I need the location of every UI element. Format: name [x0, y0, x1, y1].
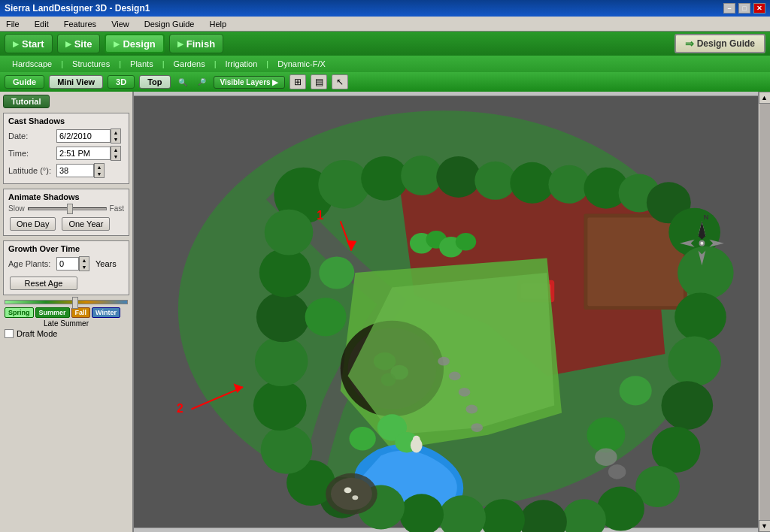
menu-design-guide[interactable]: Design Guide: [141, 18, 198, 30]
time-input[interactable]: [56, 147, 111, 160]
tab-bar: Hardscape | Structures | Plants | Garden…: [0, 56, 770, 72]
date-down-arrow[interactable]: ▼: [111, 136, 120, 143]
zoom-out-icon[interactable]: 🔎: [195, 77, 209, 86]
season-slider-track[interactable]: [5, 300, 128, 304]
svg-point-20: [436, 156, 480, 198]
zoom-in-icon[interactable]: 🔍: [175, 77, 190, 87]
tab-plants[interactable]: Plants: [124, 58, 159, 70]
design-button[interactable]: ▶ Design: [105, 34, 164, 53]
svg-point-29: [675, 292, 726, 341]
time-label: Time:: [8, 149, 53, 158]
svg-point-49: [305, 298, 347, 336]
svg-point-56: [456, 233, 476, 251]
start-button[interactable]: ▶ Start: [5, 34, 53, 53]
age-down-arrow[interactable]: ▼: [80, 264, 89, 271]
grid-icon-button[interactable]: ⊞: [290, 74, 306, 89]
right-scrollbar: ▲ ▼: [758, 92, 770, 532]
svg-point-50: [319, 256, 354, 289]
site-button[interactable]: ▶ Site: [57, 34, 101, 53]
winter-tag[interactable]: Winter: [92, 307, 120, 318]
one-day-button[interactable]: One Day: [10, 217, 56, 231]
tab-guide[interactable]: Guide: [5, 75, 44, 89]
season-slider-area: Spring Summer Fall Winter Late Summer Dr…: [3, 300, 129, 338]
tab-top-view[interactable]: Top: [139, 75, 170, 89]
fast-label: Fast: [110, 204, 124, 213]
garden-canvas: N 1 2: [134, 92, 758, 532]
speed-slider-track[interactable]: [28, 207, 107, 210]
age-spinbox: ▲ ▼: [56, 256, 89, 271]
svg-text:2: 2: [177, 402, 183, 415]
layers-icon-button[interactable]: ▤: [311, 74, 327, 89]
design-guide-button[interactable]: ⇒ Design Guide: [675, 34, 765, 53]
tab-3d[interactable]: 3D: [108, 75, 135, 89]
date-input[interactable]: [56, 129, 111, 143]
top-toolbar: ▶ Start ▶ Site ▶ Design ▶ Finish ⇒ Desig…: [0, 32, 770, 56]
age-input[interactable]: [56, 257, 79, 271]
svg-point-22: [510, 162, 554, 204]
time-up-arrow[interactable]: ▲: [111, 147, 120, 153]
svg-point-63: [352, 495, 358, 500]
time-spinbox: ▲ ▼: [56, 146, 121, 161]
tab-mini-view[interactable]: Mini View: [49, 75, 103, 89]
tab-structures[interactable]: Structures: [66, 58, 116, 70]
years-label: Years: [95, 259, 117, 268]
draft-mode-row: Draft Mode: [5, 329, 128, 338]
cursor-icon-button[interactable]: ↖: [332, 74, 348, 89]
svg-point-43: [261, 425, 313, 474]
date-up-arrow[interactable]: ▲: [111, 129, 120, 136]
minimize-button[interactable]: –: [723, 3, 735, 14]
tab-hardscape[interactable]: Hardscape: [6, 58, 58, 70]
start-play-icon: ▶: [13, 40, 19, 48]
svg-point-32: [652, 427, 701, 473]
svg-point-62: [344, 487, 352, 493]
scroll-down-arrow[interactable]: ▼: [759, 520, 771, 532]
age-up-arrow[interactable]: ▲: [80, 257, 89, 264]
svg-point-11: [438, 357, 450, 366]
tab-dynamic-fx[interactable]: Dynamic-F/X: [271, 58, 332, 70]
svg-point-73: [413, 436, 420, 443]
fall-tag[interactable]: Fall: [71, 307, 91, 318]
menu-features[interactable]: Features: [61, 18, 99, 30]
svg-point-30: [668, 336, 721, 386]
tutorial-button[interactable]: Tutorial: [3, 95, 50, 108]
time-down-arrow[interactable]: ▼: [111, 153, 120, 160]
latitude-up-arrow[interactable]: ▲: [95, 164, 104, 171]
svg-point-74: [595, 449, 617, 467]
reset-age-button[interactable]: Reset Age: [10, 277, 77, 290]
draft-mode-label: Draft Mode: [17, 329, 57, 338]
growth-title: Growth Over Time: [8, 244, 124, 253]
tab-irrigation[interactable]: Irrigation: [220, 58, 264, 70]
latitude-down-arrow[interactable]: ▼: [95, 171, 104, 177]
spring-tag[interactable]: Spring: [5, 307, 34, 318]
svg-point-19: [401, 156, 442, 195]
tab-gardens[interactable]: Gardens: [168, 58, 211, 70]
svg-point-44: [253, 380, 307, 431]
menu-help[interactable]: Help: [206, 18, 229, 30]
canvas-area: N 1 2: [134, 92, 758, 532]
date-arrows: ▲ ▼: [111, 128, 121, 144]
svg-point-14: [465, 405, 477, 414]
close-button[interactable]: ✕: [753, 3, 765, 14]
draft-mode-checkbox[interactable]: [5, 329, 14, 338]
speed-slider-thumb[interactable]: [67, 204, 73, 214]
visible-layers-button[interactable]: Visible Layers ▶: [214, 76, 286, 89]
menu-view[interactable]: View: [108, 18, 132, 30]
age-plants-label: Age Plants:: [8, 259, 53, 268]
finish-button[interactable]: ▶ Finish: [169, 34, 223, 53]
menu-file[interactable]: File: [3, 18, 23, 30]
maximize-button[interactable]: □: [738, 3, 750, 14]
latitude-input[interactable]: [56, 164, 94, 177]
title-bar-controls: – □ ✕: [723, 3, 765, 14]
season-slider-thumb[interactable]: [72, 297, 78, 309]
summer-tag[interactable]: Summer: [35, 307, 70, 318]
menu-edit[interactable]: Edit: [32, 18, 52, 30]
scroll-track[interactable]: [759, 104, 770, 520]
cast-shadows-title: Cast Shadows: [8, 116, 124, 125]
svg-point-48: [265, 210, 314, 255]
svg-point-31: [661, 381, 713, 430]
scroll-up-arrow[interactable]: ▲: [759, 92, 771, 104]
one-year-button[interactable]: One Year: [62, 217, 110, 231]
latitude-arrows: ▲ ▼: [94, 163, 105, 178]
svg-point-58: [349, 427, 375, 450]
finish-play-icon: ▶: [177, 40, 183, 48]
